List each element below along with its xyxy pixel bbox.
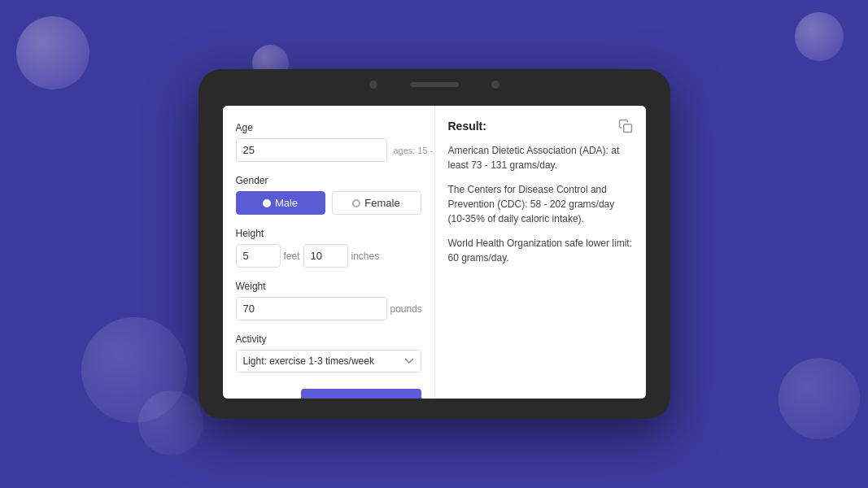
svg-rect-0 (623, 124, 631, 133)
pounds-suffix: pounds (390, 303, 422, 315)
result-title: Result: (448, 120, 486, 133)
result-section-2: The Centers for Disease Control and Prev… (448, 182, 633, 226)
age-group: Age ages: 15 - 80 (236, 122, 421, 162)
form-panel: Age ages: 15 - 80 Gender Male Female (223, 106, 434, 399)
height-label: Height (236, 228, 421, 239)
result-header: Result: (448, 119, 633, 133)
decorative-bubble-3 (795, 12, 844, 61)
tablet-speaker (410, 82, 459, 87)
tablet-mic (491, 81, 499, 89)
gender-group: Gender Male Female (236, 175, 421, 215)
copy-icon[interactable] (618, 119, 633, 133)
radio-female-icon (352, 199, 360, 207)
weight-group: Weight pounds (236, 281, 421, 320)
result-section-3: World Health Organization safe lower lim… (448, 236, 633, 265)
tablet-frame: Age ages: 15 - 80 Gender Male Female (198, 69, 670, 419)
activity-select[interactable]: Light: exercise 1-3 times/week Sedentary… (236, 350, 421, 373)
height-inches-input[interactable] (303, 244, 348, 268)
activity-group: Activity Light: exercise 1-3 times/week … (236, 333, 421, 373)
height-group: Height feet inches (236, 228, 421, 268)
radio-male-icon (263, 199, 271, 207)
weight-row: pounds (236, 297, 421, 320)
tablet-screen: Age ages: 15 - 80 Gender Male Female (223, 106, 646, 399)
calculate-button[interactable]: Calculate (301, 389, 421, 399)
result-ada-text: American Dietetic Association (ADA): at … (448, 143, 633, 172)
weight-label: Weight (236, 281, 421, 292)
age-label: Age (236, 122, 421, 133)
weight-input[interactable] (236, 297, 387, 320)
gender-male-label: Male (275, 197, 298, 209)
gender-row: Male Female (236, 191, 421, 215)
gender-female-label: Female (364, 197, 399, 209)
settings-button[interactable]: Settings (236, 390, 294, 399)
result-who-text: World Health Organization safe lower lim… (448, 236, 633, 265)
result-cdc-text: The Centers for Disease Control and Prev… (448, 182, 633, 226)
tablet-camera (369, 81, 377, 89)
decorative-bubble-4 (81, 317, 187, 423)
height-feet-input[interactable] (236, 244, 281, 268)
gender-female-option[interactable]: Female (332, 191, 421, 215)
age-row: ages: 15 - 80 (236, 138, 421, 162)
height-row: feet inches (236, 244, 421, 268)
decorative-bubble-6 (779, 358, 860, 439)
inches-suffix: inches (351, 251, 380, 262)
age-input[interactable] (236, 138, 387, 162)
gender-label: Gender (236, 175, 421, 186)
feet-suffix: feet (284, 251, 300, 262)
tablet-top-bar (198, 69, 670, 100)
result-section-1: American Dietetic Association (ADA): at … (448, 143, 633, 172)
decorative-bubble-5 (138, 390, 203, 455)
result-panel: Result: American Dietetic Association (A… (434, 106, 646, 399)
decorative-bubble-1 (16, 16, 89, 89)
activity-label: Activity (236, 333, 421, 345)
button-row: Settings Calculate (236, 389, 421, 399)
gender-male-option[interactable]: Male (236, 191, 325, 215)
